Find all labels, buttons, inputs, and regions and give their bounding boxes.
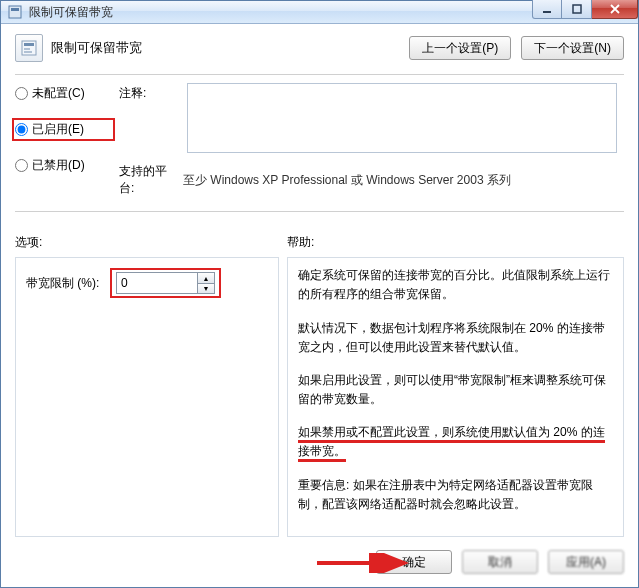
radio-disabled-label: 已禁用(D) (32, 157, 85, 174)
bandwidth-spinner[interactable]: ▲ ▼ (116, 272, 215, 294)
prev-setting-button[interactable]: 上一个设置(P) (409, 36, 511, 60)
help-paragraph: 确定系统可保留的连接带宽的百分比。此值限制系统上运行的所有程序的组合带宽保留。 (298, 266, 613, 304)
radio-enabled[interactable]: 已启用(E) (12, 118, 115, 141)
radio-disabled[interactable]: 已禁用(D) (15, 157, 115, 174)
maximize-button[interactable] (562, 0, 592, 19)
divider-2 (15, 211, 624, 212)
platform-value: 至少 Windows XP Professional 或 Windows Ser… (183, 172, 511, 189)
apply-button[interactable]: 应用(A) (548, 550, 624, 574)
window-controls (532, 0, 638, 19)
titlebar[interactable]: 限制可保留带宽 (1, 1, 638, 24)
policy-icon (15, 34, 43, 62)
divider (15, 74, 624, 75)
cancel-button[interactable]: 取消 (462, 550, 538, 574)
bandwidth-limit-label: 带宽限制 (%): (26, 275, 104, 292)
svg-rect-0 (9, 6, 21, 18)
radio-not-configured-label: 未配置(C) (32, 85, 85, 102)
comment-label: 注释: (119, 83, 183, 102)
radio-not-configured[interactable]: 未配置(C) (15, 85, 115, 102)
help-paragraph: 默认情况下，数据包计划程序将系统限制在 20% 的连接带宽之内，但可以使用此设置… (298, 319, 613, 357)
svg-rect-2 (543, 11, 551, 13)
help-pane: 确定系统可保留的连接带宽的百分比。此值限制系统上运行的所有程序的组合带宽保留。 … (287, 257, 624, 537)
dialog-heading: 限制可保留带宽 (51, 39, 142, 57)
ok-button[interactable]: 确定 (376, 550, 452, 574)
svg-rect-1 (11, 8, 19, 11)
svg-rect-5 (24, 43, 34, 46)
options-label: 选项: (15, 234, 287, 251)
comment-textarea[interactable] (187, 83, 617, 153)
svg-rect-6 (24, 48, 30, 50)
help-label: 帮助: (287, 234, 314, 251)
close-button[interactable] (592, 0, 638, 19)
spin-up-button[interactable]: ▲ (198, 273, 214, 283)
help-paragraph: 重要信息: 如果在注册表中为特定网络适配器设置带宽限制，配置该网络适配器时就会忽… (298, 476, 613, 514)
minimize-button[interactable] (532, 0, 562, 19)
radio-disabled-input[interactable] (15, 159, 28, 172)
bandwidth-input[interactable] (117, 273, 197, 293)
svg-rect-3 (573, 5, 581, 13)
help-paragraph-highlight: 如果禁用或不配置此设置，则系统使用默认值为 20% 的连接带宽。 (298, 425, 605, 462)
client-area: 限制可保留带宽 上一个设置(P) 下一个设置(N) 未配置(C) 已启用(E) (1, 24, 638, 587)
radio-enabled-input[interactable] (15, 123, 28, 136)
platform-label: 支持的平台: (119, 163, 177, 197)
options-pane: 带宽限制 (%): ▲ ▼ (15, 257, 279, 537)
bandwidth-spinner-highlight: ▲ ▼ (110, 268, 221, 298)
radio-not-configured-input[interactable] (15, 87, 28, 100)
help-paragraph: 如果启用此设置，则可以使用“带宽限制”框来调整系统可保留的带宽数量。 (298, 371, 613, 409)
next-setting-button[interactable]: 下一个设置(N) (521, 36, 624, 60)
app-icon (7, 4, 23, 20)
dialog-window: 限制可保留带宽 限制可保留带宽 上一个设置(P) 下一个设置(N) (0, 0, 639, 588)
svg-rect-7 (24, 51, 32, 53)
spin-down-button[interactable]: ▼ (198, 283, 214, 293)
footer: 确定 取消 应用(A) (15, 545, 624, 579)
window-title: 限制可保留带宽 (29, 4, 526, 21)
radio-enabled-label: 已启用(E) (32, 121, 84, 138)
